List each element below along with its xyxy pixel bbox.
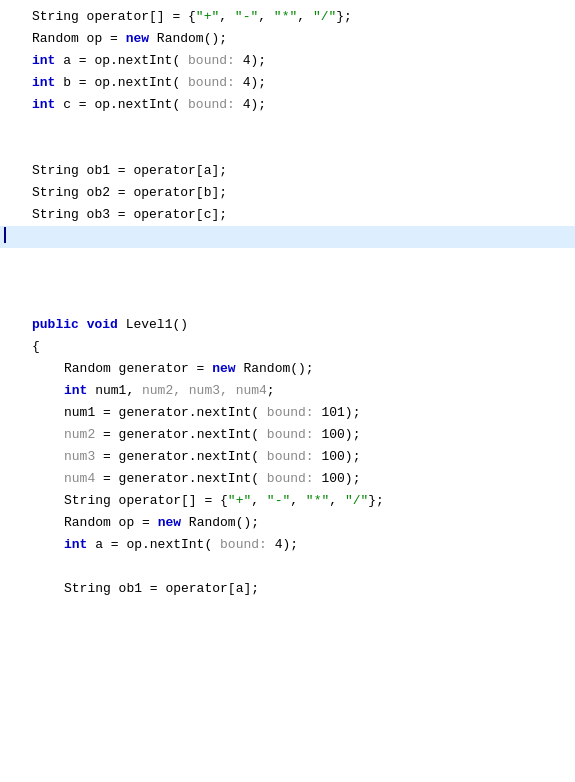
code-line: num4 = generator.nextInt( bound: 100); — [0, 468, 575, 490]
code-line — [0, 138, 575, 160]
code-line: int a = op.nextInt( bound: 4); — [0, 50, 575, 72]
code-block-top: String operator[] = {"+", "-", "*", "/"}… — [0, 0, 575, 256]
code-line: int c = op.nextInt( bound: 4); — [0, 94, 575, 116]
code-line: String ob3 = operator[c]; — [0, 204, 575, 226]
code-line: Random op = new Random(); — [0, 28, 575, 50]
code-line: num2 = generator.nextInt( bound: 100); — [0, 424, 575, 446]
code-line: String ob1 = operator[a]; — [0, 160, 575, 182]
code-section-divider — [0, 256, 575, 312]
code-line: Random op = new Random(); — [0, 512, 575, 534]
code-line: public void Level1() — [0, 314, 575, 336]
code-line: num1 = generator.nextInt( bound: 101); — [0, 402, 575, 424]
code-line — [0, 116, 575, 138]
code-line: int b = op.nextInt( bound: 4); — [0, 72, 575, 94]
caret-line[interactable] — [0, 226, 575, 248]
code-line — [0, 556, 575, 578]
code-line: num3 = generator.nextInt( bound: 100); — [0, 446, 575, 468]
code-block-bottom: public void Level1() { Random generator … — [0, 312, 575, 608]
code-editor: String operator[] = {"+", "-", "*", "/"}… — [0, 0, 575, 782]
code-line: String operator[] = {"+", "-", "*", "/"}… — [0, 490, 575, 512]
code-line: String ob1 = operator[a]; — [0, 578, 575, 600]
code-line: String operator[] = {"+", "-", "*", "/"}… — [0, 6, 575, 28]
code-line: String ob2 = operator[b]; — [0, 182, 575, 204]
text-cursor — [4, 227, 6, 243]
code-line: int a = op.nextInt( bound: 4); — [0, 534, 575, 556]
code-line: Random generator = new Random(); — [0, 358, 575, 380]
code-line: { — [0, 336, 575, 358]
code-line: int num1, num2, num3, num4; — [0, 380, 575, 402]
